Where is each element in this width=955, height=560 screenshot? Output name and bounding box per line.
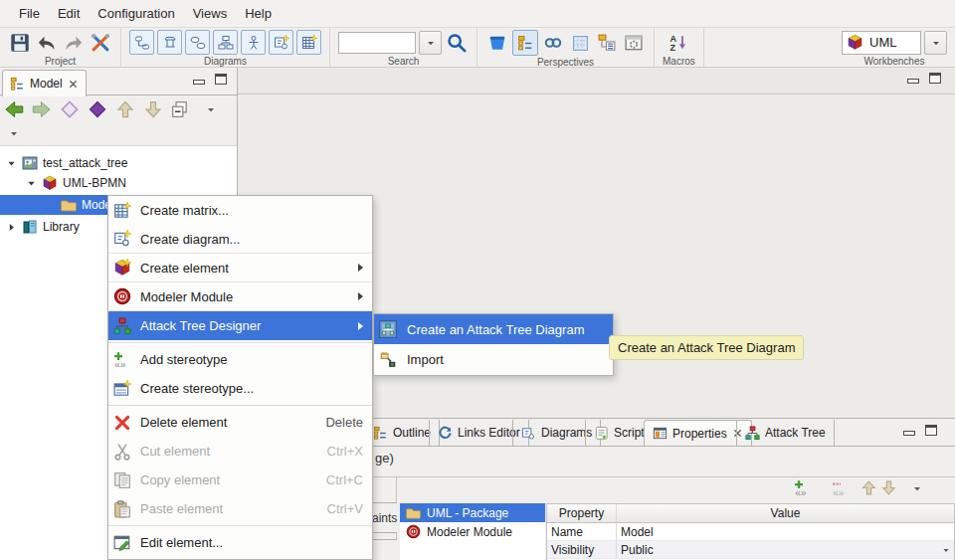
list-item[interactable]: Modeler Module (400, 522, 545, 541)
filter-chevron-icon[interactable] (8, 127, 20, 139)
configure-button[interactable] (89, 31, 112, 55)
minimize-icon[interactable] (903, 431, 915, 436)
hierarchy-perspective-button[interactable] (595, 31, 619, 55)
model-perspective-button[interactable] (512, 30, 538, 56)
menu-file[interactable]: File (10, 3, 49, 24)
property-name-value[interactable]: Model (617, 523, 954, 540)
toolbar-group-macros: Macros (655, 28, 704, 67)
window-settings-button[interactable] (622, 31, 646, 55)
add-stereotype-icon[interactable] (794, 479, 812, 497)
model-tab-strip: Model (0, 68, 237, 95)
submenu-arrow-icon (358, 292, 363, 300)
toolbar-group-project: Project (0, 28, 121, 67)
editor-tab-strip (238, 68, 955, 94)
column-header-property[interactable]: Property (547, 504, 617, 522)
list-item[interactable]: UML - Package (400, 503, 545, 522)
menu-item-paste-element: Paste element Ctrl+V (108, 494, 372, 523)
model-tree-icon (517, 35, 534, 52)
menu-item-create-diagram[interactable]: Create diagram... (108, 225, 372, 254)
minimize-icon[interactable] (193, 80, 205, 85)
undo-button[interactable] (35, 31, 59, 55)
module-icon (406, 524, 421, 539)
search-icon (447, 33, 467, 53)
menu-item-create-stereotype[interactable]: Create stereotype... (108, 374, 372, 403)
menu-item-attack-tree-designer[interactable]: Attack Tree Designer (108, 311, 372, 340)
view-menu-icon[interactable] (205, 103, 217, 115)
navigate-forward-icon[interactable] (32, 99, 52, 119)
menu-item-modeler-module[interactable]: Modeler Module (108, 282, 372, 311)
paste-icon (113, 500, 131, 518)
model-window-buttons (193, 74, 227, 85)
move-down-icon[interactable] (143, 99, 163, 119)
workbench-combo[interactable]: UML (842, 31, 921, 55)
new-matrix-button[interactable] (296, 30, 321, 55)
menu-item-create-matrix[interactable]: Create matrix... (108, 196, 372, 225)
remove-stereotype-icon[interactable] (832, 479, 850, 497)
menu-item-create-element[interactable]: Create element (108, 254, 372, 282)
actor-diagram-button[interactable] (241, 30, 266, 55)
minimize-icon[interactable] (907, 79, 919, 84)
tree-item-library[interactable]: Library (6, 217, 80, 237)
close-icon[interactable] (68, 79, 79, 90)
tab-model[interactable]: Model (2, 70, 87, 96)
move-up-icon[interactable] (860, 479, 877, 496)
menu-item-add-stereotype[interactable]: Add stereotype (108, 345, 372, 374)
links-perspective-button[interactable] (541, 31, 565, 55)
submenu-arrow-icon (358, 264, 363, 272)
property-visibility-value[interactable]: Public (617, 541, 941, 558)
create-element-icon (113, 259, 131, 277)
submenu-item-create-attack-tree-diagram[interactable]: Create an Attack Tree Diagram (374, 314, 613, 344)
redo-button[interactable] (62, 31, 86, 55)
expander-open-icon[interactable] (26, 178, 37, 189)
expander-open-icon[interactable] (6, 158, 17, 169)
diamond-filled-icon[interactable] (88, 99, 107, 119)
navigate-back-icon[interactable] (4, 99, 24, 119)
menu-help[interactable]: Help (236, 3, 281, 24)
sort-az-icon (669, 34, 687, 52)
search-button[interactable] (445, 31, 469, 55)
sort-az-button[interactable] (667, 31, 690, 55)
deployment-diagram-button[interactable] (157, 30, 182, 55)
menu-views[interactable]: Views (184, 3, 236, 24)
move-down-icon[interactable] (880, 479, 897, 496)
links-editor-icon (438, 426, 453, 441)
expander-closed-icon[interactable] (6, 222, 17, 233)
tab-attack-tree[interactable]: Attack Tree (736, 420, 835, 446)
table-row: Name Model (547, 523, 954, 541)
maximize-icon[interactable] (215, 74, 227, 85)
property-name-label: Name (547, 523, 617, 540)
workbench-dropdown-button[interactable] (924, 31, 947, 55)
maximize-icon[interactable] (925, 425, 937, 436)
container-perspective-button[interactable] (485, 31, 509, 55)
project-icon (22, 155, 38, 171)
search-dropdown-button[interactable] (419, 31, 442, 55)
move-up-icon[interactable] (115, 99, 135, 119)
collapse-all-icon[interactable] (171, 100, 189, 118)
tree-item-uml-bpmn[interactable]: UML-BPMN (26, 173, 126, 193)
add-stereotype-icon (113, 351, 131, 369)
activity-diagram-button[interactable] (129, 30, 154, 55)
new-diagram-icon (274, 35, 289, 51)
view-menu-icon[interactable] (911, 482, 923, 494)
editor-window-buttons (907, 73, 941, 84)
grid-perspective-button[interactable] (568, 31, 592, 55)
submenu-item-import[interactable]: Import (374, 344, 613, 374)
menu-item-delete-element[interactable]: Delete element Delete (108, 408, 372, 437)
actor-icon (246, 35, 262, 51)
class-diagram-button[interactable] (213, 30, 238, 55)
diamond-outline-icon[interactable] (60, 99, 80, 119)
menu-edit[interactable]: Edit (49, 3, 89, 24)
menu-configuration[interactable]: Configuration (89, 3, 183, 24)
create-stereotype-icon (113, 380, 131, 398)
new-diagram-button[interactable] (269, 30, 293, 55)
save-button[interactable] (8, 31, 32, 55)
search-input[interactable] (338, 32, 416, 54)
menu-item-edit-element[interactable]: Edit element... (108, 528, 372, 557)
panel-window-buttons (903, 425, 937, 436)
usecase-diagram-button[interactable] (185, 30, 210, 55)
tree-item-project[interactable]: test_attack_tree (6, 153, 127, 173)
column-header-value[interactable]: Value (617, 504, 954, 522)
dropdown-arrow-icon[interactable] (941, 545, 951, 555)
activity-diagram-icon (134, 35, 150, 51)
maximize-icon[interactable] (929, 73, 941, 84)
